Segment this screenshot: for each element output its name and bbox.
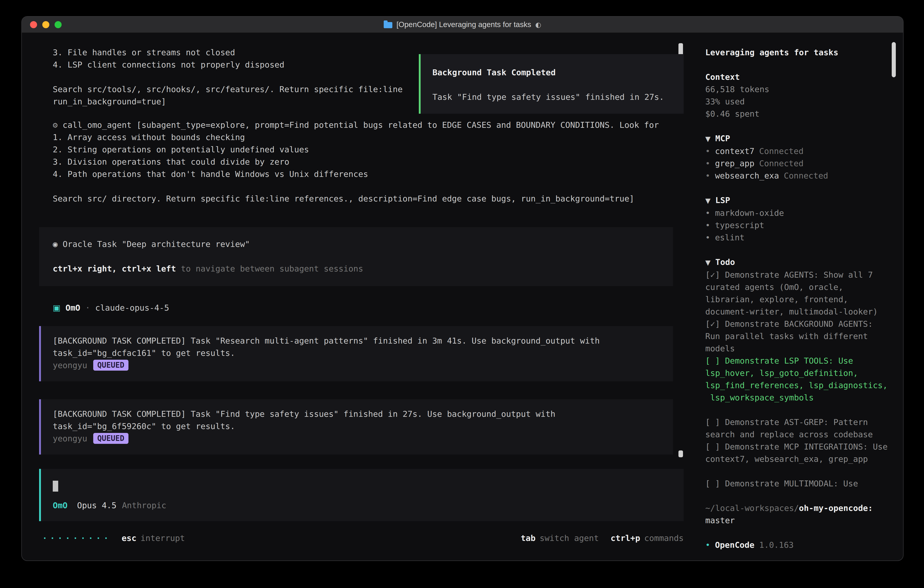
oracle-hint-text: to navigate between subagent sessions (176, 264, 363, 273)
message-line: [BACKGROUND TASK COMPLETED] Task "Find t… (53, 408, 673, 420)
message-line: task_id="bg_dcfac161" to get results. (53, 347, 673, 359)
agent-separator: · (85, 302, 90, 314)
context-spent: $0.46 spent (705, 108, 889, 120)
todo-item: [ ] Demonstrate MULTIMODAL: Use (705, 477, 889, 490)
chevron-down-icon: ▼ (705, 195, 711, 207)
todo-item: [ ] Demonstrate MCP INTEGRATIONS: Use co… (705, 441, 889, 465)
sidebar-scrollbar-thumb[interactable] (892, 42, 896, 77)
terminal-window: [OpenCode] Leveraging agents for tasks ◐… (21, 16, 904, 561)
oracle-task-panel: ◉ Oracle Task "Deep architecture review"… (39, 227, 673, 286)
app-version-number: 1.0.163 (759, 539, 794, 551)
todo-section-header[interactable]: ▼ Todo (705, 256, 889, 269)
traffic-lights (22, 21, 62, 28)
bullet-icon: • (705, 145, 710, 157)
agent-header: ▣ OmO · claude-opus-4-5 (53, 302, 169, 314)
oracle-hint-keys: ctrl+x right, ctrl+x left (53, 264, 176, 273)
window-title: [OpenCode] Leveraging agents for tasks (396, 20, 531, 29)
tab-key-hint: tab (521, 532, 535, 544)
status-badge: QUEUED (93, 360, 129, 371)
status-badge: QUEUED (93, 433, 129, 444)
message-scrollbar-thumb[interactable] (678, 451, 683, 457)
mcp-status: Connected (784, 170, 828, 182)
mcp-item: • context7 Connected (705, 145, 889, 157)
chevron-down-icon: ▼ (705, 133, 711, 145)
todo-item: [ ] Demonstrate LSP TOOLS: Use lsp_hover… (705, 355, 889, 404)
context-used: 33% used (705, 96, 889, 108)
tool-call-body: call_omo_agent [subagent_type=explore, p… (53, 120, 659, 203)
message-line: [BACKGROUND TASK COMPLETED] Task "Resear… (53, 335, 673, 347)
message-author: yeongyu (53, 361, 87, 370)
toast-body: Task "Find type safety issues" finished … (432, 91, 684, 103)
commands-key-hint: ctrl+p (611, 532, 640, 544)
message-author: yeongyu (53, 434, 87, 443)
prompt-input[interactable]: OmO Opus 4.5 Anthropic (39, 469, 684, 521)
model-label: Opus 4.5 (77, 499, 116, 512)
spinner-dots: ········· (42, 532, 111, 544)
mcp-status: Connected (759, 145, 804, 157)
folder-icon (384, 22, 393, 28)
context-tokens: 66,518 tokens (705, 83, 889, 96)
close-window-button[interactable] (30, 21, 37, 28)
context-heading: Context (705, 71, 889, 83)
message-line: task_id="bg_6f59260c" to get results. (53, 420, 673, 433)
input-meta: OmO Opus 4.5 Anthropic (53, 499, 684, 512)
mcp-heading: MCP (715, 132, 730, 145)
workspace-branch: master (705, 514, 889, 527)
scrollback-text: 3. File handles or streams not closed 4.… (53, 46, 403, 108)
active-agent-label: OmO (53, 499, 68, 512)
agent-icon: ▣ (53, 302, 61, 314)
zoom-window-button[interactable] (54, 21, 62, 28)
mcp-name: websearch_exa (715, 170, 779, 182)
mcp-name: context7 (715, 145, 754, 157)
lsp-section-header[interactable]: ▼ LSP (705, 194, 889, 207)
todo-heading: Todo (715, 256, 735, 268)
mcp-item: • grep_app Connected (705, 157, 889, 170)
lsp-name: markdown-oxide (715, 207, 784, 219)
bullet-icon: • (705, 207, 710, 219)
todo-item: [ ] Demonstrate AST-GREP: Pattern search… (705, 416, 889, 441)
minimize-window-button[interactable] (42, 21, 50, 28)
lsp-item: • eslint (705, 231, 889, 244)
gear-icon: ⚙ (53, 120, 58, 130)
workspace-path-prefix: ~/local-workspaces/ (705, 504, 799, 513)
provider-label: Anthropic (122, 499, 166, 512)
session-progress-icon: ◐ (535, 21, 541, 29)
session-sidebar: Leveraging agents for tasks Context 66,5… (705, 46, 889, 551)
mcp-section-header[interactable]: ▼ MCP (705, 132, 889, 145)
oracle-icon: ◉ (53, 239, 58, 249)
app-name: OpenCode (715, 539, 754, 551)
esc-key-hint: esc (122, 532, 137, 544)
agent-model: claude-opus-4-5 (95, 302, 169, 314)
window-title-group: [OpenCode] Leveraging agents for tasks ◐ (384, 17, 541, 33)
mcp-status: Connected (759, 157, 804, 170)
mcp-name: grep_app (715, 157, 754, 170)
bullet-icon: • (705, 539, 710, 551)
app-version: • OpenCode 1.0.163 (705, 539, 889, 551)
lsp-item: • markdown-oxide (705, 207, 889, 219)
agent-name: OmO (66, 302, 80, 314)
bullet-icon: • (705, 231, 710, 244)
workspace-repo: oh-my-opencode: (799, 504, 873, 513)
workspace-path: ~/local-workspaces/oh-my-opencode: (705, 502, 889, 514)
toast-title: Background Task Completed (432, 66, 684, 79)
message-block: [BACKGROUND TASK COMPLETED] Task "Find t… (39, 399, 673, 454)
lsp-item: • typescript (705, 219, 889, 231)
commands-key-label: commands (644, 532, 684, 544)
oracle-task-title: Oracle Task "Deep architecture review" (63, 239, 250, 249)
bullet-icon: • (705, 170, 710, 182)
text-cursor (53, 481, 58, 492)
bullet-icon: • (705, 157, 710, 170)
esc-key-label: interrupt (140, 532, 185, 544)
todo-item: [✓] Demonstrate BACKGROUND AGENTS: Run p… (705, 318, 889, 355)
todo-item: [✓] Demonstrate AGENTS: Show all 7 curat… (705, 269, 889, 318)
window-titlebar[interactable]: [OpenCode] Leveraging agents for tasks ◐ (22, 17, 903, 33)
lsp-name: eslint (715, 231, 745, 244)
bullet-icon: • (705, 219, 710, 231)
status-bar: ········· esc interrupt tab switch agent… (42, 532, 684, 544)
mcp-item: • websearch_exa Connected (705, 170, 889, 182)
lsp-name: typescript (715, 219, 764, 231)
chevron-down-icon: ▼ (705, 256, 711, 269)
tool-call-text: ⚙ call_omo_agent [subagent_type=explore,… (53, 119, 659, 205)
lsp-heading: LSP (715, 194, 730, 206)
session-title: Leveraging agents for tasks (705, 46, 889, 59)
